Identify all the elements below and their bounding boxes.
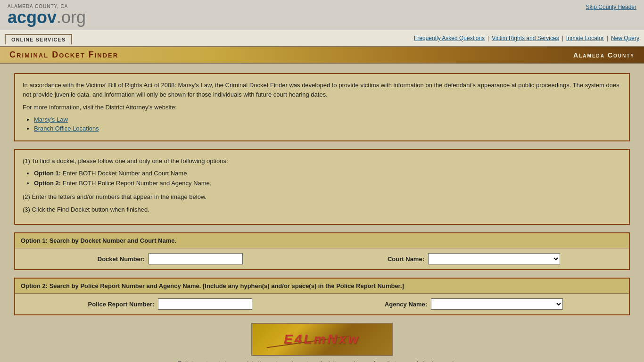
logo-org: .org [57, 8, 86, 27]
agency-name-group: Agency Name: ALAMEDA COUNTY SHERIFF ALAM… [324, 298, 623, 310]
nav-bar: ONLINE SERVICES Frequently Asked Questio… [0, 30, 644, 47]
inmate-locator-link[interactable]: Inmate Locator [566, 35, 604, 41]
county-logo: ALAMEDA COUNTY, CA acgov.org [8, 4, 86, 26]
instructions-box: (1) To find a docket, please follow one … [14, 149, 630, 225]
court-name-label: Court Name: [388, 255, 424, 263]
victim-rights-link[interactable]: Victim Rights and Services [492, 35, 559, 41]
option1-header: Option 1: Search by Docket Number and Co… [15, 233, 629, 248]
logo-text: acgov.org [8, 9, 86, 26]
page-title: Criminal Docket Finder [9, 50, 118, 60]
info-box: In accordance with the Victims' Bill of … [14, 73, 630, 141]
main-content: In accordance with the Victims' Bill of … [0, 64, 644, 362]
branch-office-link[interactable]: Branch Office Locations [34, 125, 99, 132]
title-bar: Criminal Docket Finder Alameda County [0, 47, 644, 64]
option1-body: Docket Number: Court Name: ALAMEDA BERKE… [15, 248, 629, 269]
instructions-line3: (3) Click the Find Docket button when fi… [23, 205, 621, 215]
option2-header: Option 2: Search by Police Report Number… [15, 279, 629, 294]
faq-link[interactable]: Frequently Asked Questions [414, 35, 485, 41]
option1-section: Option 1: Search by Docket Number and Co… [14, 232, 630, 270]
nav-links: Frequently Asked Questions | Victim Righ… [414, 35, 639, 41]
police-report-input[interactable] [158, 298, 252, 310]
logo-acgov: acgov [8, 8, 57, 27]
court-name-select[interactable]: ALAMEDA BERKELEY FREMONT HAYWARD DUBLIN … [428, 253, 560, 264]
instruction-option1: Option 1: Enter BOTH Docket Number and C… [34, 169, 621, 179]
docket-number-group: Docket Number: [21, 253, 320, 264]
skip-county-header-link[interactable]: Skip County Header [586, 4, 636, 10]
agency-name-label: Agency Name: [385, 301, 427, 308]
captcha-section: E4LmNxw To deter automated access into t… [14, 323, 630, 362]
county-header: ALAMEDA COUNTY, CA acgov.org Skip County… [0, 0, 644, 30]
online-services-tab: ONLINE SERVICES [5, 34, 72, 44]
info-paragraph1: In accordance with the Victims' Bill of … [23, 81, 621, 99]
info-paragraph2: For more information, visit the District… [23, 103, 621, 112]
agency-name-select[interactable]: ALAMEDA COUNTY SHERIFF ALAMEDA PD BERKEL… [431, 298, 563, 310]
court-name-group: Court Name: ALAMEDA BERKELEY FREMONT HAY… [324, 253, 623, 264]
county-name: Alameda County [573, 51, 635, 59]
instruction-option2: Option 2: Enter BOTH Police Report Numbe… [34, 179, 621, 189]
instructions-line2: (2) Enter the letters and/or numbers tha… [23, 192, 621, 202]
instructions-line1: (1) To find a docket, please follow one … [23, 156, 621, 166]
new-query-link[interactable]: New Query [611, 35, 639, 41]
captcha-image: E4LmNxw [251, 323, 393, 356]
captcha-text: E4LmNxw [284, 332, 360, 347]
police-report-label: Police Report Number: [88, 301, 155, 308]
docket-number-input[interactable] [149, 253, 243, 264]
option2-body: Police Report Number: Agency Name: ALAME… [15, 294, 629, 314]
marsys-law-link[interactable]: Marsy's Law [34, 116, 68, 123]
option2-section: Option 2: Search by Police Report Number… [14, 278, 630, 315]
docket-number-label: Docket Number: [98, 255, 145, 263]
police-report-group: Police Report Number: [21, 298, 320, 310]
